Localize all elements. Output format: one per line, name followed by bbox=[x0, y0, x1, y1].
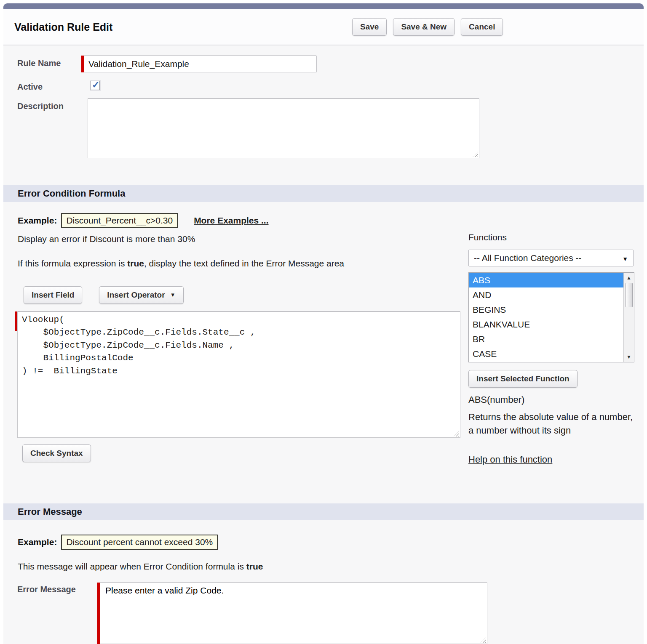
functions-title: Functions bbox=[468, 232, 637, 242]
toolbar: Save Save & New Cancel bbox=[352, 18, 503, 36]
insert-field-button[interactable]: Insert Field bbox=[24, 286, 82, 304]
error-message-field-row: Error Message Please enter a valid Zip C… bbox=[17, 583, 644, 644]
insert-operator-button[interactable]: Insert Operator bbox=[99, 286, 183, 304]
active-row: Active bbox=[17, 79, 644, 92]
example-label: Example: bbox=[18, 216, 57, 226]
function-category-value: -- All Function Categories -- bbox=[474, 253, 582, 263]
formula-example-row: Example: Discount_Percent__c>0.30 More E… bbox=[18, 213, 465, 228]
function-items: ABS AND BEGINS BLANKVALUE BR CASE bbox=[469, 273, 623, 362]
formula-toolbar: Insert Field Insert Operator bbox=[24, 286, 465, 304]
formula-textarea[interactable]: Vlookup( $ObjectType.ZipCode__c.Fields.S… bbox=[17, 311, 460, 438]
example-label: Example: bbox=[18, 537, 57, 547]
example-description: Display an error if Discount is more tha… bbox=[18, 234, 465, 244]
formula-editor-row: Vlookup( $ObjectType.ZipCode__c.Fields.S… bbox=[15, 311, 465, 438]
error-message-label: Error Message bbox=[17, 583, 97, 644]
required-indicator bbox=[97, 583, 100, 644]
save-and-new-button[interactable]: Save & New bbox=[393, 18, 455, 36]
scroll-up-icon[interactable] bbox=[626, 274, 631, 282]
function-item[interactable]: BR bbox=[469, 332, 623, 346]
error-condition-left-column: Example: Discount_Percent__c>0.30 More E… bbox=[11, 213, 465, 503]
page-accent-bar bbox=[3, 3, 644, 9]
scrollbar-thumb[interactable] bbox=[626, 283, 633, 307]
scroll-down-icon[interactable] bbox=[626, 353, 631, 361]
message-example-box: Discount percent cannot exceed 30% bbox=[61, 535, 218, 550]
error-message-wrap: Please enter a valid Zip Code. bbox=[100, 583, 487, 644]
message-example-row: Example: Discount percent cannot exceed … bbox=[18, 535, 644, 550]
function-item[interactable]: CASE bbox=[469, 346, 623, 361]
error-message-section: Example: Discount percent cannot exceed … bbox=[3, 520, 644, 644]
description-textarea[interactable] bbox=[88, 98, 479, 158]
description-wrap bbox=[81, 98, 479, 158]
description-row: Description bbox=[17, 98, 644, 158]
function-item[interactable]: BLANKVALUE bbox=[469, 317, 623, 332]
error-message-textarea[interactable]: Please enter a valid Zip Code. bbox=[100, 583, 487, 644]
rule-detail-form: Rule Name Active Description bbox=[3, 45, 644, 185]
validation-rule-edit-page: Validation Rule Edit Save Save & New Can… bbox=[0, 0, 647, 644]
functions-panel: Functions -- All Function Categories -- … bbox=[468, 213, 637, 503]
message-hint-true: true bbox=[246, 562, 263, 571]
page-header: Validation Rule Edit Save Save & New Can… bbox=[3, 9, 644, 45]
scrollbar[interactable] bbox=[623, 273, 634, 362]
help-row: Help on this function bbox=[468, 454, 637, 465]
chevron-down-icon bbox=[622, 253, 628, 263]
active-label: Active bbox=[17, 79, 81, 92]
rule-name-required-wrap bbox=[81, 56, 317, 72]
description-label: Description bbox=[17, 98, 81, 158]
insert-selected-function-button[interactable]: Insert Selected Function bbox=[468, 370, 577, 388]
rule-name-label: Rule Name bbox=[17, 56, 81, 72]
content-frame: Validation Rule Edit Save Save & New Can… bbox=[3, 3, 644, 644]
rule-name-input[interactable] bbox=[84, 56, 317, 72]
error-condition-section: Example: Discount_Percent__c>0.30 More E… bbox=[3, 202, 644, 503]
page-title: Validation Rule Edit bbox=[14, 21, 112, 33]
cancel-button[interactable]: Cancel bbox=[461, 18, 503, 36]
formula-hint-true: true bbox=[127, 258, 144, 268]
help-on-function-link[interactable]: Help on this function bbox=[468, 454, 552, 465]
formula-hint-suffix: , display the text defined in the Error … bbox=[144, 258, 344, 268]
check-syntax-button[interactable]: Check Syntax bbox=[22, 444, 91, 462]
rule-name-row: Rule Name bbox=[17, 56, 644, 72]
form-body: Rule Name Active Description bbox=[3, 45, 644, 644]
function-listbox: ABS AND BEGINS BLANKVALUE BR CASE bbox=[468, 272, 634, 362]
error-message-section-header: Error Message bbox=[3, 503, 644, 520]
message-hint: This message will appear when Error Cond… bbox=[18, 562, 644, 572]
insert-function-row: Insert Selected Function bbox=[468, 370, 637, 388]
more-examples-link[interactable]: More Examples ... bbox=[194, 216, 268, 226]
function-category-select[interactable]: -- All Function Categories -- bbox=[468, 250, 634, 266]
message-hint-prefix: This message will appear when Error Cond… bbox=[18, 562, 246, 571]
function-signature: ABS(number) bbox=[468, 394, 637, 405]
error-condition-section-header: Error Condition Formula bbox=[3, 185, 644, 202]
formula-wrap: Vlookup( $ObjectType.ZipCode__c.Fields.S… bbox=[17, 311, 460, 438]
active-checkbox[interactable] bbox=[91, 81, 100, 90]
function-item[interactable]: ABS bbox=[469, 273, 623, 287]
formula-example-box: Discount_Percent__c>0.30 bbox=[61, 213, 178, 228]
function-item[interactable]: AND bbox=[469, 287, 623, 302]
function-description: Returns the absolute value of a number, … bbox=[468, 410, 634, 437]
formula-hint: If this formula expression is true, disp… bbox=[18, 258, 465, 269]
formula-hint-prefix: If this formula expression is bbox=[18, 258, 127, 268]
check-syntax-row: Check Syntax bbox=[22, 444, 465, 462]
save-button[interactable]: Save bbox=[352, 18, 387, 36]
function-item[interactable]: BEGINS bbox=[469, 302, 623, 317]
